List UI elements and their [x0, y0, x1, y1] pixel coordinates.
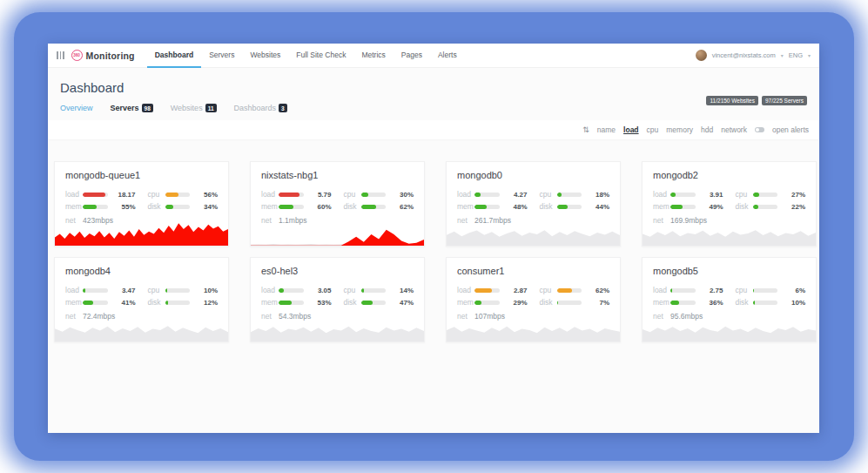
quota-badge[interactable]: 97/225 Servers [762, 96, 807, 105]
load-sparkline [447, 318, 620, 341]
tab-servers[interactable]: Servers98 [111, 104, 153, 112]
cpu-label: cpu [344, 190, 361, 199]
mem-metric: mem 55% [65, 202, 136, 211]
nav-item-servers[interactable]: Servers [201, 44, 242, 68]
disk-bar [753, 301, 778, 305]
server-card[interactable]: mongodb2 load 3.91 cpu 27% mem 49% [642, 161, 817, 247]
server-card[interactable]: mongodb0 load 4.27 cpu 18% mem 48% [446, 161, 621, 247]
mem-bar [670, 301, 696, 305]
disk-label: disk [148, 202, 165, 211]
quota-badge[interactable]: 11/2150 Websites [706, 96, 757, 105]
load-bar [83, 193, 108, 197]
disk-value: 12% [195, 299, 218, 307]
nav-item-full-site-check[interactable]: Full Site Check [288, 44, 353, 68]
cpu-metric: cpu 30% [344, 190, 414, 199]
disk-value: 22% [783, 203, 805, 211]
disk-label: disk [736, 298, 753, 307]
tab-websites[interactable]: Websites11 [171, 104, 217, 112]
mem-bar [670, 205, 696, 209]
mem-bar [83, 205, 108, 209]
disk-label: disk [344, 298, 361, 307]
sort-option-load[interactable]: load [623, 125, 638, 134]
load-label: load [653, 190, 670, 199]
server-metrics: load 3.47 cpu 10% mem 41% disk [55, 276, 228, 321]
load-sparkline [643, 318, 816, 341]
nav-item-pages[interactable]: Pages [394, 44, 430, 68]
load-label: load [457, 286, 474, 294]
open-alerts-toggle[interactable] [755, 127, 764, 132]
sort-option-cpu[interactable]: cpu [647, 125, 659, 134]
user-email-menu[interactable]: vincent@nixstats.com [712, 51, 776, 59]
disk-metric: disk 12% [148, 298, 219, 307]
mem-value: 41% [113, 299, 136, 307]
avatar[interactable] [696, 50, 707, 61]
server-metrics: load 18.17 cpu 56% mem 55% disk [55, 180, 228, 225]
server-card[interactable]: mongodb4 load 3.47 cpu 10% mem 41% [54, 257, 229, 342]
top-navbar: 360 Monitoring DashboardServersWebsitesF… [48, 44, 819, 68]
server-card[interactable]: es0-hel3 load 3.05 cpu 14% mem 53% [250, 257, 425, 342]
language-menu[interactable]: ENG [789, 51, 803, 59]
server-card[interactable]: nixstats-nbg1 load 5.79 cpu 30% mem [250, 161, 425, 247]
nav-item-metrics[interactable]: Metrics [353, 44, 393, 68]
disk-label: disk [148, 298, 165, 307]
cpu-value: 18% [587, 191, 609, 199]
disk-label: disk [540, 202, 557, 211]
server-metrics: load 5.79 cpu 30% mem 60% disk [251, 180, 424, 225]
server-card[interactable]: consumer1 load 2.87 cpu 62% mem 29% [446, 257, 621, 342]
disk-bar [557, 205, 582, 209]
mem-value: 53% [309, 299, 332, 307]
load-bar [474, 193, 500, 197]
sort-bar: ⇅ nameloadcpumemoryhddnetwork open alert… [48, 120, 819, 139]
disk-metric: disk 47% [344, 298, 414, 307]
server-card[interactable]: mongodb-queue1 load 18.17 cpu 56% mem [54, 161, 229, 247]
load-bar [474, 288, 500, 293]
tab-overview[interactable]: Overview [60, 104, 93, 112]
cpu-bar [165, 193, 191, 197]
server-card[interactable]: mongodb5 load 2.75 cpu 6% mem 36% [642, 257, 817, 342]
nav-item-alerts[interactable]: Alerts [430, 44, 465, 68]
load-metric: load 3.47 [65, 286, 136, 294]
cpu-label: cpu [148, 286, 165, 294]
mem-label: mem [65, 298, 83, 307]
load-value: 2.75 [701, 287, 723, 294]
disk-bar [165, 205, 191, 209]
nav-item-websites[interactable]: Websites [242, 44, 288, 68]
load-metric: load 2.87 [457, 286, 528, 294]
disk-value: 47% [391, 299, 414, 307]
cpu-bar [557, 193, 582, 197]
mem-metric: mem 48% [457, 202, 528, 211]
sort-option-network[interactable]: network [721, 125, 747, 134]
load-label: load [261, 286, 279, 294]
brand-logo[interactable]: 360 Monitoring [71, 50, 135, 61]
cpu-label: cpu [736, 286, 753, 294]
mem-value: 48% [505, 203, 528, 211]
server-metrics: load 3.05 cpu 14% mem 53% disk [251, 276, 424, 321]
load-metric: load 2.75 [653, 286, 723, 294]
nav-item-dashboard[interactable]: Dashboard [147, 44, 201, 68]
server-metrics: load 2.75 cpu 6% mem 36% disk [643, 276, 816, 321]
tab-dashboards[interactable]: Dashboards3 [234, 104, 287, 112]
disk-metric: disk 10% [736, 298, 806, 307]
sort-option-hdd[interactable]: hdd [701, 125, 713, 134]
disk-value: 34% [195, 203, 218, 211]
cpu-metric: cpu 10% [148, 286, 219, 294]
disk-value: 10% [783, 299, 805, 307]
load-bar [279, 193, 304, 197]
mem-metric: mem 53% [261, 298, 332, 307]
load-bar [279, 288, 304, 293]
apps-grid-icon[interactable] [57, 51, 64, 59]
load-bar [670, 288, 696, 293]
disk-bar [165, 301, 191, 305]
server-name: es0-hel3 [251, 258, 424, 276]
open-alerts-label[interactable]: open alerts [772, 125, 809, 134]
sort-option-memory[interactable]: memory [666, 125, 693, 134]
mem-bar [83, 301, 108, 305]
tab-label: Overview [60, 104, 93, 112]
cpu-bar [361, 193, 387, 197]
load-metric: load 3.05 [261, 286, 332, 294]
cpu-metric: cpu 14% [344, 286, 414, 294]
sort-option-name[interactable]: name [597, 125, 616, 134]
tab-label: Dashboards [234, 104, 277, 112]
cpu-metric: cpu 18% [540, 190, 610, 199]
mem-bar [474, 205, 500, 209]
